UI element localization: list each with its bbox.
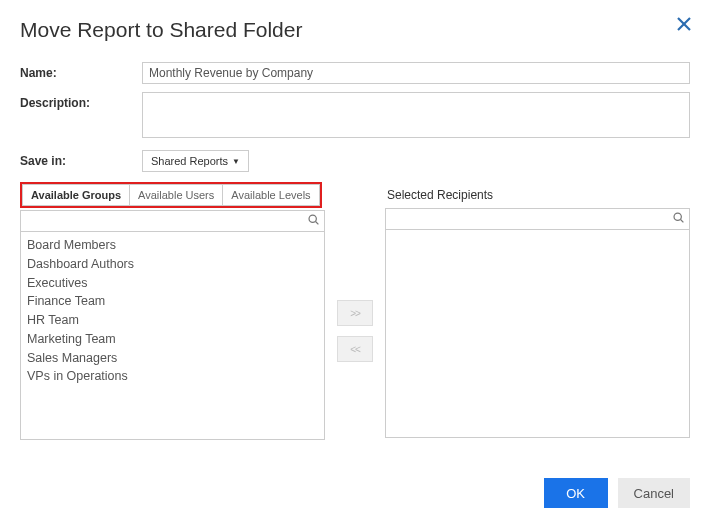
save-in-value: Shared Reports <box>151 155 228 167</box>
ok-button[interactable]: OK <box>544 478 608 508</box>
chevron-down-icon: ▼ <box>232 157 240 166</box>
selected-search[interactable] <box>385 208 690 230</box>
name-label: Name: <box>20 62 142 80</box>
cancel-button[interactable]: Cancel <box>618 478 690 508</box>
available-list[interactable]: Board MembersDashboard AuthorsExecutives… <box>20 232 325 440</box>
description-input[interactable] <box>142 92 690 138</box>
remove-button[interactable]: << <box>337 336 373 362</box>
list-item[interactable]: Finance Team <box>27 292 318 311</box>
name-input[interactable] <box>142 62 690 84</box>
list-item[interactable]: Board Members <box>27 236 318 255</box>
close-icon[interactable] <box>676 16 694 34</box>
svg-point-2 <box>309 215 316 222</box>
list-item[interactable]: Executives <box>27 274 318 293</box>
search-icon <box>672 211 685 227</box>
add-button[interactable]: >> <box>337 300 373 326</box>
list-item[interactable]: Sales Managers <box>27 349 318 368</box>
available-search[interactable] <box>20 210 325 232</box>
save-in-dropdown[interactable]: Shared Reports ▼ <box>142 150 249 172</box>
svg-line-3 <box>316 222 319 225</box>
tabs-highlight: Available Groups Available Users Availab… <box>20 182 322 208</box>
svg-line-5 <box>681 220 684 223</box>
tab-available-levels[interactable]: Available Levels <box>223 184 319 206</box>
selected-list[interactable] <box>385 230 690 438</box>
svg-point-4 <box>674 213 681 220</box>
list-item[interactable]: HR Team <box>27 311 318 330</box>
dialog-title: Move Report to Shared Folder <box>20 18 690 42</box>
list-item[interactable]: Dashboard Authors <box>27 255 318 274</box>
tab-available-groups[interactable]: Available Groups <box>22 184 130 206</box>
list-item[interactable]: VPs in Operations <box>27 367 318 386</box>
selected-recipients-label: Selected Recipients <box>385 182 690 206</box>
save-in-label: Save in: <box>20 150 142 168</box>
list-item[interactable]: Marketing Team <box>27 330 318 349</box>
description-label: Description: <box>20 92 142 110</box>
search-icon <box>307 213 320 229</box>
tab-available-users[interactable]: Available Users <box>130 184 223 206</box>
